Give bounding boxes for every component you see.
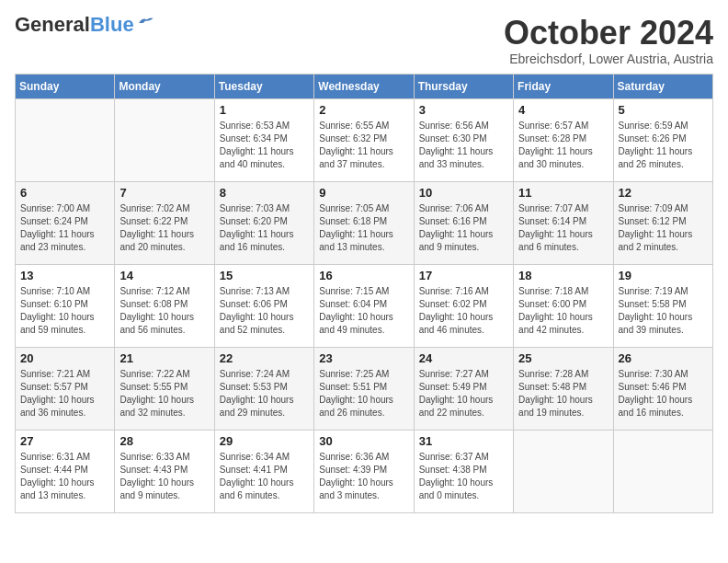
day-info: Sunrise: 7:13 AM Sunset: 6:06 PM Dayligh… bbox=[220, 285, 309, 337]
day-info: Sunrise: 7:07 AM Sunset: 6:14 PM Dayligh… bbox=[518, 202, 608, 254]
day-number: 25 bbox=[518, 351, 608, 365]
day-info: Sunrise: 7:22 AM Sunset: 5:55 PM Dayligh… bbox=[119, 368, 209, 419]
day-info: Sunrise: 7:21 AM Sunset: 5:57 PM Dayligh… bbox=[20, 368, 109, 419]
calendar-cell: 6Sunrise: 7:00 AM Sunset: 6:24 PM Daylig… bbox=[16, 181, 115, 264]
day-number: 3 bbox=[419, 103, 508, 117]
calendar-cell: 24Sunrise: 7:27 AM Sunset: 5:49 PM Dayli… bbox=[414, 347, 513, 430]
day-number: 5 bbox=[619, 103, 708, 117]
day-number: 20 bbox=[20, 351, 109, 365]
calendar-cell: 27Sunrise: 6:31 AM Sunset: 4:44 PM Dayli… bbox=[16, 430, 115, 512]
day-number: 21 bbox=[119, 351, 209, 365]
day-info: Sunrise: 7:09 AM Sunset: 6:12 PM Dayligh… bbox=[619, 202, 708, 254]
day-info: Sunrise: 6:31 AM Sunset: 4:44 PM Dayligh… bbox=[20, 451, 109, 502]
calendar-cell: 15Sunrise: 7:13 AM Sunset: 6:06 PM Dayli… bbox=[214, 264, 313, 347]
day-info: Sunrise: 7:19 AM Sunset: 5:58 PM Dayligh… bbox=[619, 285, 708, 337]
day-info: Sunrise: 6:37 AM Sunset: 4:38 PM Dayligh… bbox=[419, 451, 508, 502]
weekday-header-sunday: Sunday bbox=[16, 74, 115, 98]
day-number: 26 bbox=[619, 351, 708, 365]
calendar-week-row: 13Sunrise: 7:10 AM Sunset: 6:10 PM Dayli… bbox=[16, 264, 713, 347]
day-info: Sunrise: 7:16 AM Sunset: 6:02 PM Dayligh… bbox=[419, 285, 508, 337]
day-number: 31 bbox=[419, 434, 508, 448]
calendar-cell bbox=[613, 430, 712, 512]
calendar-cell: 8Sunrise: 7:03 AM Sunset: 6:20 PM Daylig… bbox=[214, 181, 313, 264]
calendar-week-row: 20Sunrise: 7:21 AM Sunset: 5:57 PM Dayli… bbox=[16, 347, 713, 430]
day-info: Sunrise: 6:53 AM Sunset: 6:34 PM Dayligh… bbox=[220, 120, 309, 171]
calendar-cell: 17Sunrise: 7:16 AM Sunset: 6:02 PM Dayli… bbox=[414, 264, 513, 347]
day-number: 17 bbox=[419, 269, 508, 282]
day-info: Sunrise: 7:02 AM Sunset: 6:22 PM Dayligh… bbox=[119, 202, 209, 254]
calendar-cell: 2Sunrise: 6:55 AM Sunset: 6:32 PM Daylig… bbox=[314, 98, 414, 181]
calendar-cell: 18Sunrise: 7:18 AM Sunset: 6:00 PM Dayli… bbox=[514, 264, 613, 347]
day-info: Sunrise: 6:33 AM Sunset: 4:43 PM Dayligh… bbox=[119, 451, 209, 502]
logo: GeneralBlue bbox=[15, 15, 154, 35]
calendar-cell: 5Sunrise: 6:59 AM Sunset: 6:26 PM Daylig… bbox=[613, 98, 712, 181]
day-number: 7 bbox=[119, 186, 209, 200]
calendar-cell: 21Sunrise: 7:22 AM Sunset: 5:55 PM Dayli… bbox=[115, 347, 214, 430]
calendar-table: SundayMondayTuesdayWednesdayThursdayFrid… bbox=[15, 74, 713, 513]
calendar-cell: 3Sunrise: 6:56 AM Sunset: 6:30 PM Daylig… bbox=[414, 98, 513, 181]
page-header: GeneralBlue October 2024 Ebreichsdorf, L… bbox=[15, 15, 713, 66]
day-number: 22 bbox=[220, 351, 309, 365]
calendar-cell: 4Sunrise: 6:57 AM Sunset: 6:28 PM Daylig… bbox=[514, 98, 613, 181]
day-number: 18 bbox=[518, 269, 608, 282]
day-number: 8 bbox=[220, 186, 309, 200]
calendar-cell: 25Sunrise: 7:28 AM Sunset: 5:48 PM Dayli… bbox=[514, 347, 613, 430]
calendar-week-row: 6Sunrise: 7:00 AM Sunset: 6:24 PM Daylig… bbox=[16, 181, 713, 264]
weekday-header-thursday: Thursday bbox=[414, 74, 513, 98]
day-number: 27 bbox=[20, 434, 109, 448]
day-number: 15 bbox=[220, 269, 309, 282]
day-info: Sunrise: 7:12 AM Sunset: 6:08 PM Dayligh… bbox=[119, 285, 209, 337]
day-number: 23 bbox=[319, 351, 408, 365]
day-info: Sunrise: 7:10 AM Sunset: 6:10 PM Dayligh… bbox=[20, 285, 109, 337]
day-info: Sunrise: 6:34 AM Sunset: 4:41 PM Dayligh… bbox=[220, 451, 309, 502]
day-info: Sunrise: 7:25 AM Sunset: 5:51 PM Dayligh… bbox=[319, 368, 408, 419]
calendar-cell: 31Sunrise: 6:37 AM Sunset: 4:38 PM Dayli… bbox=[414, 430, 513, 512]
calendar-cell: 1Sunrise: 6:53 AM Sunset: 6:34 PM Daylig… bbox=[214, 98, 313, 181]
day-number: 28 bbox=[119, 434, 209, 448]
day-number: 16 bbox=[319, 269, 408, 282]
weekday-header-wednesday: Wednesday bbox=[314, 74, 414, 98]
day-info: Sunrise: 7:24 AM Sunset: 5:53 PM Dayligh… bbox=[220, 368, 309, 419]
day-number: 6 bbox=[20, 186, 109, 200]
logo-bird-icon bbox=[138, 16, 154, 27]
calendar-header-row: SundayMondayTuesdayWednesdayThursdayFrid… bbox=[16, 74, 713, 98]
calendar-cell: 30Sunrise: 6:36 AM Sunset: 4:39 PM Dayli… bbox=[314, 430, 414, 512]
calendar-week-row: 1Sunrise: 6:53 AM Sunset: 6:34 PM Daylig… bbox=[16, 98, 713, 181]
day-number: 29 bbox=[220, 434, 309, 448]
calendar-cell: 9Sunrise: 7:05 AM Sunset: 6:18 PM Daylig… bbox=[314, 181, 414, 264]
day-number: 1 bbox=[220, 103, 309, 117]
day-info: Sunrise: 6:56 AM Sunset: 6:30 PM Dayligh… bbox=[419, 120, 508, 171]
day-info: Sunrise: 7:28 AM Sunset: 5:48 PM Dayligh… bbox=[518, 368, 608, 419]
calendar-cell: 29Sunrise: 6:34 AM Sunset: 4:41 PM Dayli… bbox=[214, 430, 313, 512]
calendar-cell: 13Sunrise: 7:10 AM Sunset: 6:10 PM Dayli… bbox=[16, 264, 115, 347]
day-info: Sunrise: 7:03 AM Sunset: 6:20 PM Dayligh… bbox=[220, 202, 309, 254]
calendar-cell bbox=[115, 98, 214, 181]
calendar-cell: 23Sunrise: 7:25 AM Sunset: 5:51 PM Dayli… bbox=[314, 347, 414, 430]
day-number: 10 bbox=[419, 186, 508, 200]
location-subtitle: Ebreichsdorf, Lower Austria, Austria bbox=[504, 52, 713, 66]
calendar-cell: 11Sunrise: 7:07 AM Sunset: 6:14 PM Dayli… bbox=[514, 181, 613, 264]
calendar-cell: 22Sunrise: 7:24 AM Sunset: 5:53 PM Dayli… bbox=[214, 347, 313, 430]
calendar-cell: 12Sunrise: 7:09 AM Sunset: 6:12 PM Dayli… bbox=[613, 181, 712, 264]
month-title: October 2024 bbox=[504, 15, 713, 52]
weekday-header-friday: Friday bbox=[514, 74, 613, 98]
weekday-header-monday: Monday bbox=[115, 74, 214, 98]
day-info: Sunrise: 7:00 AM Sunset: 6:24 PM Dayligh… bbox=[20, 202, 109, 254]
day-info: Sunrise: 6:57 AM Sunset: 6:28 PM Dayligh… bbox=[518, 120, 608, 171]
day-number: 13 bbox=[20, 269, 109, 282]
day-number: 24 bbox=[419, 351, 508, 365]
day-number: 4 bbox=[518, 103, 608, 117]
day-number: 30 bbox=[319, 434, 408, 448]
day-info: Sunrise: 6:36 AM Sunset: 4:39 PM Dayligh… bbox=[319, 451, 408, 502]
day-info: Sunrise: 7:18 AM Sunset: 6:00 PM Dayligh… bbox=[518, 285, 608, 337]
calendar-cell: 10Sunrise: 7:06 AM Sunset: 6:16 PM Dayli… bbox=[414, 181, 513, 264]
weekday-header-saturday: Saturday bbox=[613, 74, 712, 98]
calendar-cell: 20Sunrise: 7:21 AM Sunset: 5:57 PM Dayli… bbox=[16, 347, 115, 430]
calendar-cell: 26Sunrise: 7:30 AM Sunset: 5:46 PM Dayli… bbox=[613, 347, 712, 430]
day-number: 19 bbox=[619, 269, 708, 282]
day-info: Sunrise: 6:59 AM Sunset: 6:26 PM Dayligh… bbox=[619, 120, 708, 171]
weekday-header-tuesday: Tuesday bbox=[214, 74, 313, 98]
day-number: 11 bbox=[518, 186, 608, 200]
calendar-cell bbox=[16, 98, 115, 181]
day-info: Sunrise: 7:30 AM Sunset: 5:46 PM Dayligh… bbox=[619, 368, 708, 419]
